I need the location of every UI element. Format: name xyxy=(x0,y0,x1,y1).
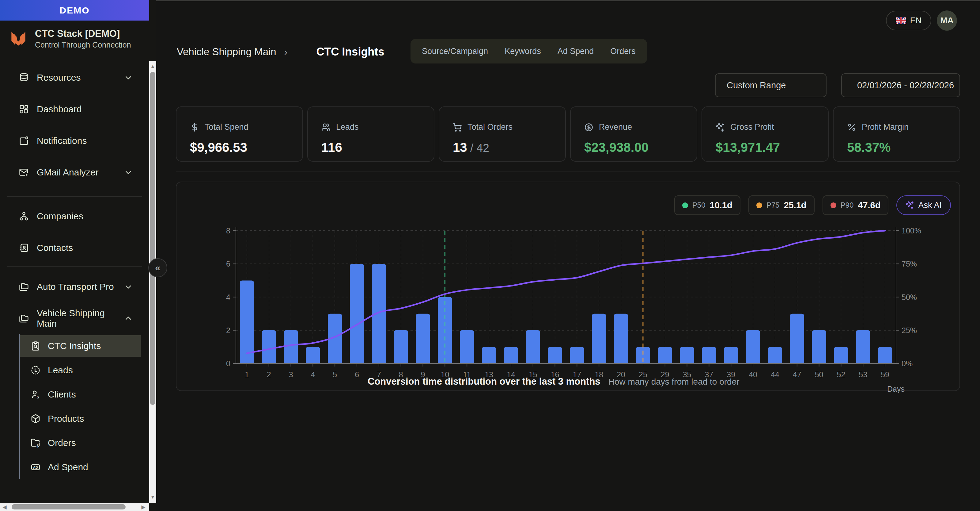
svg-text:35: 35 xyxy=(683,370,691,379)
stat-label: P75 xyxy=(767,201,780,209)
sidebar-subitem-label: CTC Insights xyxy=(48,341,101,351)
sidebar-subitem-ctc-insights[interactable]: CTC Insights xyxy=(20,335,141,357)
ask-ai-label: Ask AI xyxy=(918,201,942,210)
kpi-value: $23,938.00 xyxy=(584,140,649,155)
sidebar-item-label: Vehicle Shipping Main xyxy=(37,308,116,329)
kpi-value: $9,966.53 xyxy=(190,140,247,155)
svg-text:53: 53 xyxy=(859,370,867,379)
tab-ad-spend[interactable]: Ad Spend xyxy=(549,39,602,64)
avatar[interactable]: MA xyxy=(937,10,957,31)
nav-indent-line xyxy=(19,334,20,479)
tab-source-campaign[interactable]: Source/Campaign xyxy=(414,39,496,64)
sidebar-subitem-ad-spend[interactable]: AD Ad Spend xyxy=(20,457,141,478)
breadcrumb-separator-icon: › xyxy=(284,46,288,57)
sidebar: DEMO CTC Stack [DEMO] Control Through Co… xyxy=(0,0,156,511)
clients-icon: $ xyxy=(31,390,40,399)
kpi-card-profit-margin: Profit Margin 58.37% xyxy=(833,107,960,162)
scroll-up-arrow[interactable]: ▲ xyxy=(149,62,156,70)
kpi-card-leads: Leads 116 xyxy=(307,107,434,162)
breadcrumb-parent[interactable]: Vehicle Shipping Main xyxy=(177,46,276,57)
svg-text:40: 40 xyxy=(749,370,757,379)
sidebar-subitem-clients[interactable]: $ Clients xyxy=(20,384,141,405)
svg-text:10: 10 xyxy=(441,370,449,379)
sparkles-icon xyxy=(905,201,914,209)
range-select-value: Custom Range xyxy=(727,80,786,91)
svg-text:47: 47 xyxy=(793,370,802,379)
sidebar-item-dashboard[interactable]: Dashboard xyxy=(7,99,142,120)
sidebar-item-vehicle-shipping-main[interactable]: Vehicle Shipping Main xyxy=(7,308,142,329)
leads-icon xyxy=(31,365,40,375)
demo-banner: DEMO xyxy=(0,0,149,21)
sidebar-divider xyxy=(7,266,142,267)
orders-icon: $ xyxy=(31,438,40,448)
svg-text:4: 4 xyxy=(311,370,315,379)
calendar-icon xyxy=(847,82,853,88)
sidebar-item-auto-transport-pro[interactable]: Auto Transport Pro xyxy=(7,276,142,297)
svg-text:8: 8 xyxy=(226,226,231,235)
adspend-icon: AD xyxy=(31,462,40,472)
tab-orders[interactable]: Orders xyxy=(602,39,644,64)
main-top-border xyxy=(156,0,980,1)
scroll-left-arrow[interactable]: ◀ xyxy=(0,503,9,511)
svg-text:59: 59 xyxy=(881,370,889,379)
kpi-label: Total Orders xyxy=(468,122,512,132)
svg-text:17: 17 xyxy=(573,370,581,379)
sidebar-collapse-button[interactable]: « xyxy=(148,258,167,277)
scroll-down-arrow[interactable]: ▼ xyxy=(149,493,156,501)
svg-text:3: 3 xyxy=(289,370,293,379)
sparkles-icon xyxy=(716,123,725,132)
sidebar-item-contacts[interactable]: Contacts xyxy=(7,237,142,259)
mail-sparkle-icon xyxy=(19,168,29,177)
tab-keywords[interactable]: Keywords xyxy=(496,39,549,64)
stat-value: 47.6d xyxy=(858,200,880,211)
scroll-right-arrow[interactable]: ▶ xyxy=(139,503,148,511)
dashboard-icon xyxy=(19,104,29,114)
stat-value: 25.1d xyxy=(784,200,806,211)
sidebar-item-resources[interactable]: Resources xyxy=(7,67,142,88)
kpi-label: Profit Margin xyxy=(862,122,908,132)
svg-text:1: 1 xyxy=(245,370,249,379)
language-selector[interactable]: EN xyxy=(886,11,931,30)
sidebar-item-gmail-analyzer[interactable]: GMail Analyzer xyxy=(7,162,142,183)
users-icon xyxy=(321,123,331,132)
kpi-value: $13,971.47 xyxy=(716,140,780,155)
range-select[interactable]: Custom Range xyxy=(715,73,827,97)
stat-label: P50 xyxy=(692,201,705,209)
svg-text:25: 25 xyxy=(639,370,647,379)
section-divider xyxy=(176,171,960,171)
folders-icon xyxy=(19,282,29,292)
svg-text:11: 11 xyxy=(463,370,471,379)
ask-ai-button[interactable]: Ask AI xyxy=(896,195,951,215)
kpi-label: Leads xyxy=(336,122,359,132)
kpi-label: Revenue xyxy=(599,122,632,132)
uk-flag-icon xyxy=(896,17,906,24)
bell-icon[interactable] xyxy=(832,14,845,27)
chevron-up-icon xyxy=(124,314,133,323)
sidebar-subitem-label: Leads xyxy=(48,365,73,375)
svg-text:20: 20 xyxy=(617,370,625,379)
sidebar-vertical-scrollbar[interactable]: ▲ ▼ xyxy=(149,61,156,503)
stat-dot-icon xyxy=(682,203,688,208)
sidebar-horizontal-scrollbar[interactable]: ◀ ▶ xyxy=(0,503,149,511)
chevron-down-icon xyxy=(124,168,133,177)
conversion-histogram: 024680%25%50%75%100%12345678910111314151… xyxy=(176,215,960,393)
svg-text:0: 0 xyxy=(226,359,231,368)
sidebar-subitem-orders[interactable]: $ Orders xyxy=(20,432,141,454)
sidebar-subitem-leads[interactable]: Leads xyxy=(20,359,141,381)
sidebar-subitem-products[interactable]: Products xyxy=(20,408,141,430)
page-title: CTC Insights xyxy=(316,45,384,58)
sidebar-item-notifications[interactable]: Notifications xyxy=(7,130,142,152)
kpi-value: 13 / 42 xyxy=(453,140,489,155)
date-range-picker[interactable]: 02/01/2026 - 02/28/2026 xyxy=(841,73,960,97)
moon-icon[interactable] xyxy=(863,14,875,27)
sidebar-item-label: Contacts xyxy=(37,243,73,253)
stat-dot-icon xyxy=(756,203,762,208)
database-icon xyxy=(19,73,29,83)
contacts-icon xyxy=(19,243,29,253)
sidebar-item-companies[interactable]: Companies xyxy=(7,206,142,227)
horizontal-scroll-thumb[interactable] xyxy=(12,504,126,509)
stat-chip-p75: P75 25.1d xyxy=(748,195,815,215)
svg-text:$: $ xyxy=(37,444,39,448)
vertical-scroll-thumb[interactable] xyxy=(150,72,155,405)
insights-icon xyxy=(295,45,308,58)
